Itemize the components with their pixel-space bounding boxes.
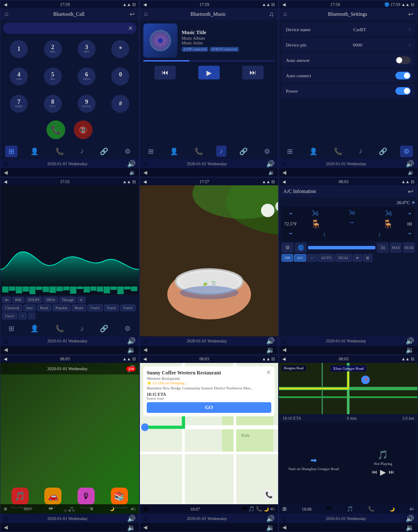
eq-back-arrow[interactable]: ◀ [4, 179, 7, 184]
nav-nav-vol-down[interactable]: 🔉 [406, 523, 414, 532]
eq-date-home[interactable]: ⌂ [4, 337, 8, 345]
apps-date-home[interactable]: ⌂ [4, 514, 8, 522]
maps-container[interactable]: Park ☕ ✕ Sunny Coffee Western [140, 363, 279, 504]
eq-effect-bbe[interactable]: BBE [12, 297, 24, 303]
ac-back-btn[interactable]: ↩ [408, 187, 413, 196]
eq-nav-settings[interactable]: ⚙ [121, 323, 134, 334]
ac-back-arrow[interactable]: ◀ [282, 179, 286, 184]
music-progress-bar[interactable] [143, 60, 275, 61]
music-note-icon[interactable]: ♫ [269, 10, 274, 18]
call-clear-btn[interactable]: ✕ [128, 25, 133, 32]
apps-content[interactable]: 259 ⌂ 2020-01-01 Wednesday 🔊 🎵 Now Playi… [0, 363, 139, 514]
music-home-icon[interactable]: ⌂ [144, 11, 148, 18]
ac-nav-vol-down[interactable]: 🔉 [406, 346, 414, 354]
eq-preset-user2[interactable]: User2 [104, 304, 119, 311]
eq-preset-jazz[interactable]: Jazz [23, 304, 36, 311]
ac-mode-wave[interactable]: ≋ [353, 254, 362, 262]
ac-mode-arrows[interactable]: ↔ [307, 254, 317, 262]
nav-grid-icon[interactable]: ⊞ [282, 506, 287, 512]
nav-tab-settings[interactable]: ⚙ [121, 146, 134, 157]
dial-btn-6[interactable]: 6MNO [78, 67, 96, 85]
nav-phone-sys-icon[interactable]: 📞 [368, 506, 374, 512]
eq-preset-minus[interactable]: - [28, 313, 35, 319]
ac-right-fan-up[interactable]: ⌃ [407, 211, 412, 219]
apps-map-icon[interactable]: 🗺 [49, 507, 52, 511]
eq-preset-popular[interactable]: Popular [52, 304, 70, 311]
video-player[interactable]: 🍃🍵 [140, 185, 279, 336]
ac-mode-grid[interactable]: ⊞ [363, 254, 372, 262]
maps-music-icon[interactable]: 🎵 [248, 506, 255, 512]
eq-effect-extra[interactable]: ⊙ [77, 297, 85, 303]
eq-nav-music[interactable]: ♪ [77, 323, 87, 334]
bt-nav-left[interactable]: ◀ [282, 170, 286, 176]
ac-rear-btn[interactable]: REAR [403, 243, 415, 253]
call-date-home[interactable]: ⌂ [4, 160, 8, 167]
bt-back-icon[interactable]: ↩ [408, 11, 413, 18]
ac-nav-left[interactable]: ◀ [282, 347, 286, 353]
bt-nav-vol-down[interactable]: 🔉 [408, 170, 414, 176]
video-date-home[interactable]: ⌂ [143, 337, 148, 345]
nav-tab-person[interactable]: 👤 [27, 146, 42, 157]
dial-btn-5[interactable]: 5JKL [44, 67, 62, 85]
ac-mode-ac[interactable]: A/C [294, 254, 306, 262]
music-nav-grid[interactable]: ⊞ [145, 146, 157, 157]
maps-map-icon[interactable]: 🗺 [242, 506, 247, 512]
bt-nav-link[interactable]: 🔗 [375, 146, 391, 157]
music-nav-link[interactable]: 🔗 [236, 146, 251, 157]
music-play-btn[interactable]: ▶ [198, 66, 220, 79]
bt-home-icon[interactable]: ⌂ [283, 11, 287, 18]
nav-tab-phone[interactable]: 📞 [52, 146, 67, 157]
bt-back-arrow[interactable]: ◀ [282, 2, 286, 7]
ac-right-fan-down[interactable]: ⌄ [407, 228, 412, 236]
nav-music-sys-icon[interactable]: 🎵 [347, 506, 353, 512]
poi-go-btn[interactable]: GO [147, 402, 272, 413]
bt-nav-music[interactable]: ♪ [355, 146, 366, 157]
music-prev-btn[interactable]: ⏮ [154, 66, 176, 79]
nav-nav-left[interactable]: ◀ [282, 524, 286, 531]
music-nav-person[interactable]: 👤 [166, 146, 182, 157]
eq-effect-srs[interactable]: SRS⊙ [44, 297, 58, 303]
dial-btn-2[interactable]: 2ABC [44, 40, 62, 58]
ac-vol-icon[interactable]: 🔊 [406, 337, 414, 345]
nav-tab-music[interactable]: ♪ [77, 146, 87, 157]
nav-date-home[interactable]: ⌂ [282, 514, 287, 522]
ac-mode-on[interactable]: ON [282, 254, 293, 262]
bt-nav-phone[interactable]: 📞 [331, 146, 346, 157]
call-back-arrow[interactable]: ◀ [4, 2, 7, 7]
ac-fan-icon[interactable]: 🌀 [295, 243, 307, 253]
ac-left-temp-down[interactable]: ⌄ [288, 228, 293, 236]
call-back-icon[interactable]: ↩ [130, 11, 135, 18]
bt-device-pin-arrow[interactable]: › [409, 41, 411, 48]
call-home-icon[interactable]: ⌂ [5, 11, 8, 18]
eq-effect-through[interactable]: Through [59, 297, 76, 303]
eq-nav-phone[interactable]: 📞 [52, 323, 67, 334]
call-hangup-btn[interactable]: 📵 [74, 120, 93, 139]
ac-mode-dual[interactable]: DUAL [335, 254, 352, 262]
music-nav-music[interactable]: ♪ [216, 146, 226, 157]
bt-auto-answer-toggle[interactable] [395, 56, 411, 64]
call-answer-btn[interactable]: 📞 [46, 120, 65, 139]
ac-fan-btn[interactable]: 🌬 [377, 243, 389, 253]
music-nav-settings[interactable]: ⚙ [261, 146, 273, 157]
dial-btn-star[interactable]: * [111, 40, 129, 58]
music-nav-vol-down[interactable]: 🔉 [268, 170, 275, 176]
apps-back-arrow[interactable]: ◀ [4, 357, 7, 361]
dial-btn-hash[interactable]: # [111, 95, 129, 113]
ac-max-btn[interactable]: MAX [390, 243, 402, 253]
dial-btn-9[interactable]: 9WXYZ [78, 95, 96, 113]
apps-grid-icon[interactable]: ⊞ [4, 507, 7, 511]
music-date-home[interactable]: ⌂ [143, 160, 148, 167]
apps-nav-vol-down[interactable]: 🔉 [127, 523, 136, 532]
video-nav-left[interactable]: ◀ [143, 347, 147, 353]
maps-nav-left[interactable]: ◀ [143, 524, 147, 531]
dial-btn-0[interactable]: 0- [111, 67, 129, 85]
eq-nav-link[interactable]: 🔗 [96, 323, 112, 334]
bt-nav-person[interactable]: 👤 [306, 146, 321, 157]
apps-nav-left[interactable]: ◀ [4, 524, 8, 531]
music-back-arrow[interactable]: ◀ [143, 2, 147, 7]
apps-date-vol[interactable]: 🔊 [127, 514, 136, 523]
dial-btn-4[interactable]: 4GHI [10, 67, 28, 85]
maps-back-arrow[interactable]: ◀ [143, 357, 147, 361]
nav-play-btn[interactable]: ▶ [380, 468, 386, 477]
dial-btn-3[interactable]: 3DEF [78, 40, 96, 58]
